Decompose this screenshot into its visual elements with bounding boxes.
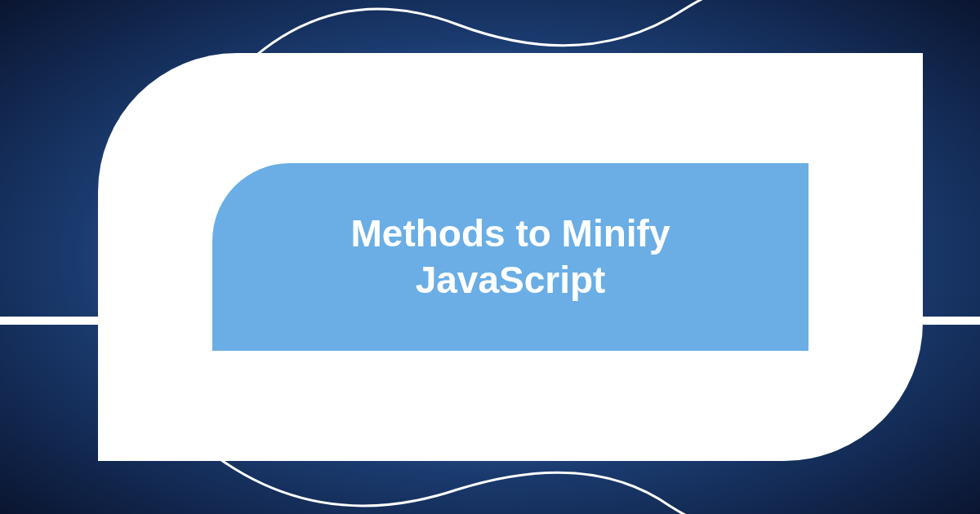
horizontal-accent-right [923, 317, 980, 325]
page-title: Methods to Minify JavaScript [261, 210, 760, 304]
horizontal-accent-left [0, 317, 98, 325]
inner-card-shape: Methods to Minify JavaScript [212, 163, 808, 351]
